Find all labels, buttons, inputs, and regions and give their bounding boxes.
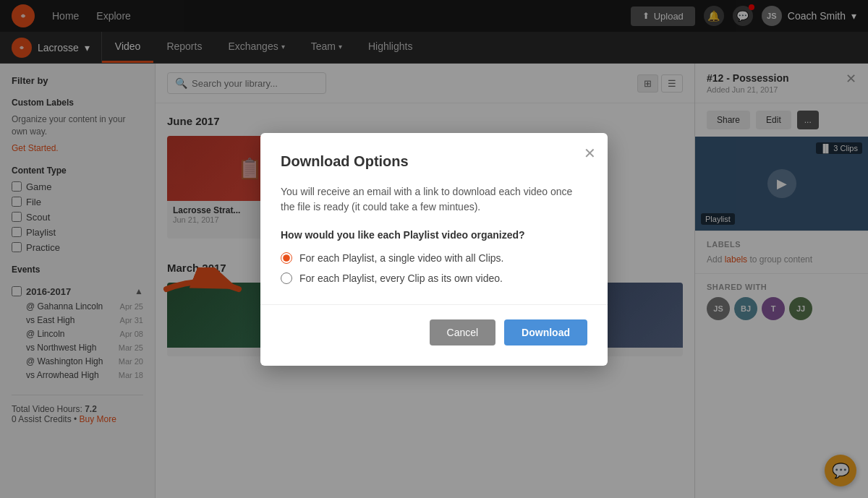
modal-question: How would you like each Playlist video o… [281,229,587,241]
modal-title: Download Options [281,153,587,170]
modal-body: You will receive an email with a link to… [281,184,587,284]
modal-description: You will receive an email with a link to… [281,184,587,215]
radio-label-2: For each Playlist, every Clip as its own… [299,272,503,284]
modal-divider [260,304,608,305]
radio-option-2[interactable]: For each Playlist, every Clip as its own… [281,272,587,284]
modal-actions: Cancel Download [281,319,587,345]
radio-group: For each Playlist, a single video with a… [281,252,587,284]
download-options-modal: Download Options ✕ You will receive an e… [260,133,608,366]
modal-close-button[interactable]: ✕ [584,145,596,162]
radio-input-1[interactable] [281,252,292,264]
radio-input-2[interactable] [281,272,292,284]
cancel-button[interactable]: Cancel [430,319,496,345]
radio-option-1[interactable]: For each Playlist, a single video with a… [281,252,587,264]
modal-overlay[interactable]: Download Options ✕ You will receive an e… [0,0,868,498]
download-button[interactable]: Download [504,319,587,345]
radio-label-1: For each Playlist, a single video with a… [299,252,503,264]
